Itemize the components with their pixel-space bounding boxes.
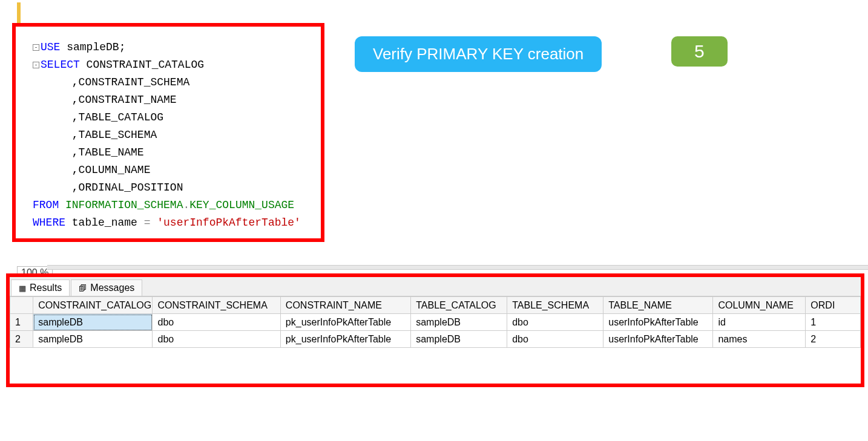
tab-results[interactable]: ▦ Results <box>11 279 70 296</box>
sql-editor-highlight-box: -USE sampleDB; -SELECT CONSTRAINT_CATALO… <box>12 23 324 242</box>
cell[interactable]: userInfoPkAfterTable <box>603 314 713 331</box>
col-header[interactable]: CONSTRAINT_SCHEMA <box>153 297 280 314</box>
sql-keyword: FROM <box>33 199 59 211</box>
results-highlight-box: ▦ Results 🗐 Messages CONSTRAINT_CATALOG … <box>6 273 864 387</box>
cell[interactable]: 1 <box>806 314 861 331</box>
tab-messages[interactable]: 🗐 Messages <box>71 279 142 296</box>
results-grid-wrapper[interactable]: CONSTRAINT_CATALOG CONSTRAINT_SCHEMA CON… <box>10 296 861 348</box>
grid-icon: ▦ <box>19 284 26 293</box>
cell[interactable]: pk_userInfoPkAfterTable <box>280 314 410 331</box>
col-header[interactable]: TABLE_CATALOG <box>411 297 507 314</box>
sql-text: ,ORDINAL_POSITION <box>33 181 183 194</box>
sql-schema: INFORMATION_SCHEMA <box>59 199 183 211</box>
cell[interactable]: pk_userInfoPkAfterTable <box>280 331 410 348</box>
sql-view: KEY_COLUMN_USAGE <box>189 199 294 211</box>
cell[interactable]: userInfoPkAfterTable <box>603 331 713 348</box>
col-header[interactable]: CONSTRAINT_CATALOG <box>33 297 153 314</box>
sql-text: ; <box>119 41 126 53</box>
sql-text: sampleDB <box>60 41 119 53</box>
table-row[interactable]: 2 sampleDB dbo pk_userInfoPkAfterTable s… <box>10 331 861 348</box>
cell[interactable]: dbo <box>507 331 603 348</box>
cell[interactable]: sampleDB <box>33 331 153 348</box>
sql-text: ,CONSTRAINT_NAME <box>33 94 177 106</box>
results-grid[interactable]: CONSTRAINT_CATALOG CONSTRAINT_SCHEMA CON… <box>10 296 861 348</box>
cell[interactable]: sampleDB <box>33 314 153 331</box>
results-tabs-bar: ▦ Results 🗐 Messages <box>10 277 861 296</box>
fold-icon[interactable]: - <box>33 62 39 68</box>
cell[interactable]: sampleDB <box>411 314 507 331</box>
sql-text: ,TABLE_SCHEMA <box>33 129 157 141</box>
col-header[interactable]: COLUMN_NAME <box>713 297 806 314</box>
cell[interactable]: dbo <box>507 314 603 331</box>
sql-editor[interactable]: -USE sampleDB; -SELECT CONSTRAINT_CATALO… <box>16 27 321 238</box>
sql-text: ,TABLE_CATALOG <box>33 111 163 123</box>
cell[interactable]: 2 <box>806 331 861 348</box>
sql-string: 'userInfoPkAfterTable' <box>157 217 301 229</box>
sql-keyword: USE <box>41 41 60 53</box>
annotation-banner: Verify PRIMARY KEY creation <box>355 36 602 72</box>
row-number[interactable]: 2 <box>10 331 33 348</box>
sql-text: . <box>183 199 189 211</box>
col-header[interactable]: CONSTRAINT_NAME <box>280 297 410 314</box>
pane-splitter[interactable] <box>47 265 868 270</box>
cell[interactable]: sampleDB <box>411 331 507 348</box>
sql-text: ,COLUMN_NAME <box>33 164 150 176</box>
tab-label: Messages <box>90 283 134 293</box>
sql-text: = <box>137 217 157 229</box>
sql-text: ,TABLE_NAME <box>33 146 144 158</box>
col-header[interactable]: ORDI <box>806 297 861 314</box>
cell[interactable]: dbo <box>153 331 280 348</box>
sql-keyword: SELECT <box>41 59 80 71</box>
header-row: CONSTRAINT_CATALOG CONSTRAINT_SCHEMA CON… <box>10 297 861 314</box>
cell[interactable]: dbo <box>153 314 280 331</box>
cell[interactable]: names <box>713 331 806 348</box>
tab-label: Results <box>30 283 62 293</box>
row-number[interactable]: 1 <box>10 314 33 331</box>
table-row[interactable]: 1 sampleDB dbo pk_userInfoPkAfterTable s… <box>10 314 861 331</box>
sql-text: CONSTRAINT_CATALOG <box>80 59 204 71</box>
messages-icon: 🗐 <box>79 284 87 293</box>
cell[interactable]: id <box>713 314 806 331</box>
col-header[interactable]: TABLE_NAME <box>603 297 713 314</box>
sql-text: ,CONSTRAINT_SCHEMA <box>33 76 189 88</box>
sql-text: table_name <box>65 217 137 229</box>
rownum-header[interactable] <box>10 297 33 314</box>
sql-keyword: WHERE <box>33 217 65 229</box>
step-badge: 5 <box>671 36 728 67</box>
fold-icon[interactable]: - <box>33 44 39 51</box>
col-header[interactable]: TABLE_SCHEMA <box>507 297 603 314</box>
